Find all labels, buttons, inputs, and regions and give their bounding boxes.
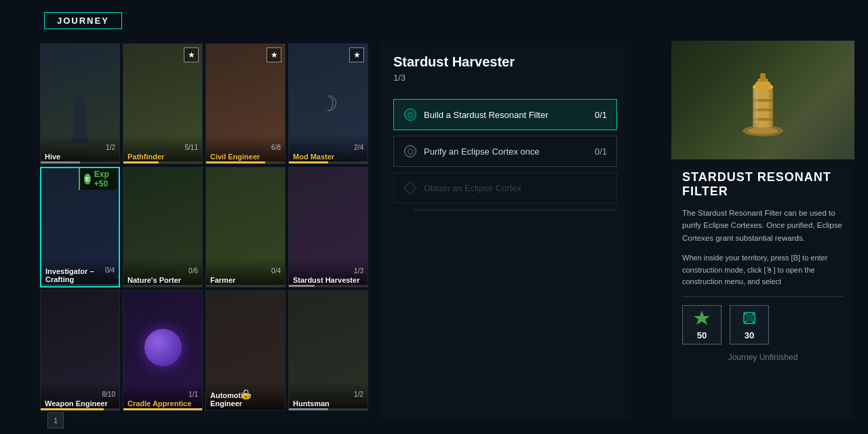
exp-reward-icon bbox=[692, 309, 711, 328]
task-title: Stardust Harvester bbox=[393, 54, 617, 70]
task-diamond-icon bbox=[403, 181, 417, 195]
card-hive[interactable]: Hive 1/2 bbox=[40, 43, 120, 164]
card-pathfinder-progress: 5/11 bbox=[185, 144, 198, 151]
card-hive-progress: 1/2 bbox=[106, 144, 115, 151]
card-huntsman[interactable]: Huntsman 1/2 bbox=[288, 290, 368, 411]
task-item-3: Obtain an Eclipse Cortex bbox=[393, 172, 617, 203]
card-huntsman-fill bbox=[289, 408, 328, 410]
item-description: The Stardust Resonant Filter can be used… bbox=[682, 207, 844, 244]
card-investigator-bar bbox=[41, 284, 119, 286]
card-modmaster-bar bbox=[289, 161, 368, 163]
lock-icon: 🔒 bbox=[240, 389, 252, 399]
svg-point-1 bbox=[748, 127, 778, 134]
task-icon-3 bbox=[403, 181, 417, 195]
rewards-row: 50 30 bbox=[682, 305, 844, 344]
card-farmer-bar bbox=[206, 285, 285, 287]
bottom-icon-label: 1 bbox=[54, 416, 58, 425]
svg-rect-11 bbox=[754, 89, 758, 123]
task-item-1[interactable]: ⬡ Build a Stardust Resonant Filter 0/1 bbox=[393, 99, 617, 130]
detail-content: STARDUST RESONANT FILTER The Stardust Re… bbox=[671, 159, 854, 373]
svg-rect-14 bbox=[746, 315, 753, 321]
card-pathfinder-bar bbox=[123, 161, 202, 163]
card-modmaster-fill bbox=[289, 161, 328, 163]
svg-marker-12 bbox=[694, 311, 710, 325]
card-civil[interactable]: ★ Civil Engineer 6/8 bbox=[205, 43, 285, 164]
task-panel: Stardust Harvester 1/3 ⬡ Build a Stardus… bbox=[380, 41, 631, 420]
card-modmaster-progress: 2/4 bbox=[354, 144, 363, 151]
card-weaponengineer-bar bbox=[41, 408, 119, 410]
task-circle-icon-2: ⬡ bbox=[404, 145, 416, 157]
card-pathfinder-icon: ★ bbox=[184, 47, 199, 62]
exp-badge-3: E Exp +50 bbox=[79, 168, 117, 190]
card-naturesporter[interactable]: Nature's Porter 0/6 bbox=[123, 167, 203, 288]
task-icon-2: ⬡ bbox=[403, 144, 417, 158]
card-pathfinder-fill bbox=[123, 161, 159, 163]
exp-icon-3: E bbox=[84, 174, 91, 184]
card-naturesporter-bar bbox=[123, 285, 202, 287]
card-modmaster[interactable]: ☽ ★ Mod Master 2/4 bbox=[288, 43, 368, 164]
reward-fragment: 30 bbox=[730, 305, 769, 344]
task-text-3: Obtain an Eclipse Cortex bbox=[424, 183, 600, 193]
card-huntsman-progress: 1/2 bbox=[354, 391, 363, 398]
card-investigator-progress: 0/4 bbox=[105, 267, 115, 274]
card-stardust-progress: 1/3 bbox=[354, 267, 363, 275]
journey-tab[interactable]: JOURNEY bbox=[44, 12, 122, 29]
card-weaponengineer[interactable]: Weapon Engineer 8/10 bbox=[40, 290, 120, 411]
card-farmer-progress: 0/4 bbox=[271, 267, 281, 275]
filter-svg bbox=[732, 60, 793, 141]
grid-container: Hive 1/2 ★ Pathfinder 5/11 ★ Civil Engin bbox=[37, 41, 370, 414]
card-pathfinder[interactable]: ★ Pathfinder 5/11 bbox=[123, 43, 203, 164]
task-icon-1: ⬡ bbox=[403, 108, 417, 121]
svg-rect-7 bbox=[760, 73, 766, 81]
card-naturesporter-progress: 0/6 bbox=[189, 267, 198, 275]
journey-tab-label: JOURNEY bbox=[57, 16, 109, 26]
card-cradle-progress: 1/1 bbox=[189, 391, 198, 398]
task-count-1: 0/1 bbox=[595, 110, 607, 120]
task-circle-icon-1: ⬡ bbox=[404, 108, 416, 121]
task-text-2: Purify an Eclipse Cortex once bbox=[424, 146, 588, 157]
task-text-1: Build a Stardust Resonant Filter bbox=[424, 110, 588, 120]
journey-grid: Hive 1/2 ★ Pathfinder 5/11 ★ Civil Engin bbox=[37, 41, 370, 420]
detail-panel: STARDUST RESONANT FILTER The Stardust Re… bbox=[671, 41, 854, 420]
reward-exp: 50 bbox=[682, 305, 722, 344]
card-stardust-bar bbox=[289, 285, 368, 287]
task-item-2[interactable]: ⬡ Purify an Eclipse Cortex once 0/1 bbox=[393, 136, 617, 167]
card-stardust-fill bbox=[289, 285, 315, 287]
journey-status: Journey Unfinished bbox=[682, 353, 844, 362]
card-cradle-fill bbox=[123, 408, 202, 410]
card-hive-fill bbox=[41, 161, 80, 163]
item-title: STARDUST RESONANT FILTER bbox=[682, 170, 844, 199]
card-hive-bar bbox=[41, 161, 119, 163]
bottom-icon-button[interactable]: 1 bbox=[47, 412, 64, 429]
card-civil-fill bbox=[206, 161, 265, 163]
card-modmaster-icon: ★ bbox=[349, 47, 364, 62]
task-subtitle: 1/3 bbox=[393, 73, 617, 83]
fragment-reward-value: 30 bbox=[745, 330, 754, 340]
card-huntsman-bar bbox=[289, 408, 368, 410]
card-weaponengineer-progress: 8/10 bbox=[102, 391, 115, 398]
card-cradle-bar bbox=[123, 408, 202, 410]
task-count-2: 0/1 bbox=[595, 146, 607, 157]
card-civil-icon: ★ bbox=[267, 47, 281, 62]
card-farmer[interactable]: Farmer 0/4 bbox=[205, 167, 285, 288]
card-cradle[interactable]: Cradle Apprentice 1/1 bbox=[123, 290, 203, 411]
exp-reward-value: 50 bbox=[697, 330, 707, 340]
card-stardust[interactable]: Stardust Harvester 1/3 bbox=[288, 167, 368, 288]
right-divider bbox=[682, 296, 844, 297]
item-description-2: When inside your territory, press [B] to… bbox=[682, 252, 844, 288]
card-automotive[interactable]: Automotive Engineer 🔒 bbox=[205, 290, 285, 411]
item-image bbox=[671, 41, 854, 159]
fragment-reward-icon bbox=[740, 309, 759, 328]
card-civil-progress: 6/8 bbox=[271, 144, 281, 151]
task3-progress-bar bbox=[414, 209, 617, 212]
card-civil-bar bbox=[206, 161, 285, 163]
card-weaponengineer-fill bbox=[41, 408, 104, 410]
